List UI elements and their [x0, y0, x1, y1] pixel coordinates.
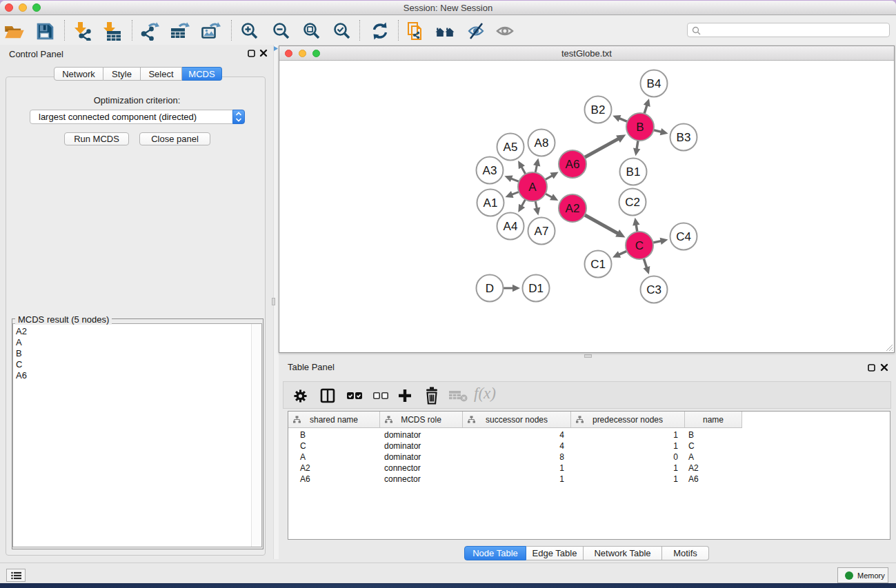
svg-text:C1: C1	[590, 258, 606, 271]
svg-text:A: A	[528, 181, 537, 194]
svg-text:A1: A1	[484, 196, 498, 210]
svg-text:A5: A5	[504, 141, 518, 154]
svg-text:C2: C2	[625, 196, 640, 209]
svg-text:A6: A6	[566, 158, 580, 171]
svg-text:C3: C3	[646, 283, 661, 296]
svg-text:D: D	[486, 282, 494, 295]
svg-text:A3: A3	[483, 164, 497, 177]
svg-text:B4: B4	[647, 77, 661, 90]
svg-text:A2: A2	[566, 202, 580, 215]
svg-text:A7: A7	[535, 225, 549, 238]
svg-text:B3: B3	[677, 131, 691, 144]
svg-text:A4: A4	[504, 220, 518, 233]
svg-text:B2: B2	[591, 103, 606, 116]
svg-text:A8: A8	[535, 136, 549, 150]
svg-text:C4: C4	[676, 230, 691, 243]
svg-text:C: C	[635, 239, 644, 252]
svg-text:B1: B1	[626, 165, 641, 179]
svg-text:B: B	[636, 121, 644, 134]
svg-text:D1: D1	[528, 282, 544, 295]
